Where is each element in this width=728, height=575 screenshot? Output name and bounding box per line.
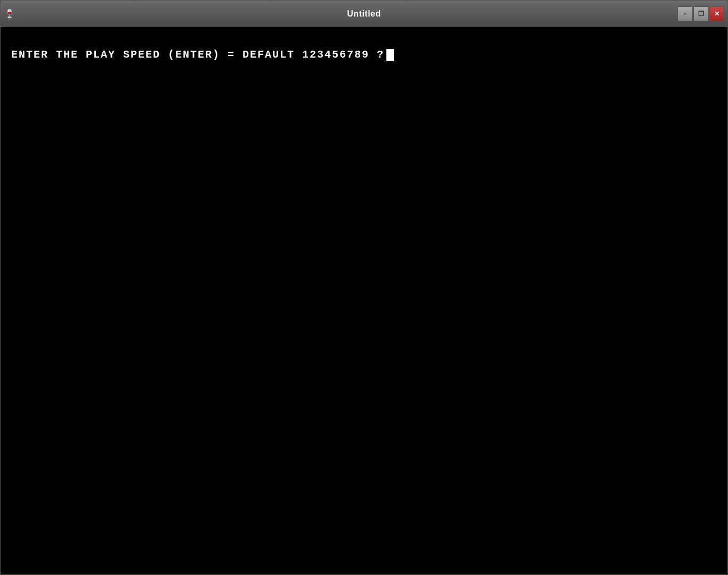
main-window: Untitled − ❐ ✕ ENTER THE PLAY SPEED (ENT…	[0, 0, 728, 575]
terminal-cursor	[386, 49, 394, 61]
app-icon	[4, 8, 15, 20]
terminal-prompt: ENTER THE PLAY SPEED (ENTER) = DEFAULT 1…	[11, 49, 384, 61]
titlebar-controls: − ❐ ✕	[677, 6, 724, 21]
close-button[interactable]: ✕	[709, 6, 724, 21]
terminal-area[interactable]: ENTER THE PLAY SPEED (ENTER) = DEFAULT 1…	[1, 27, 727, 574]
restore-button[interactable]: ❐	[693, 6, 708, 21]
minimize-button[interactable]: −	[677, 6, 692, 21]
window-title: Untitled	[347, 9, 381, 19]
titlebar: Untitled − ❐ ✕	[1, 1, 727, 27]
titlebar-left	[4, 8, 15, 20]
wine-glass-icon	[4, 9, 15, 19]
terminal-line: ENTER THE PLAY SPEED (ENTER) = DEFAULT 1…	[11, 49, 717, 61]
